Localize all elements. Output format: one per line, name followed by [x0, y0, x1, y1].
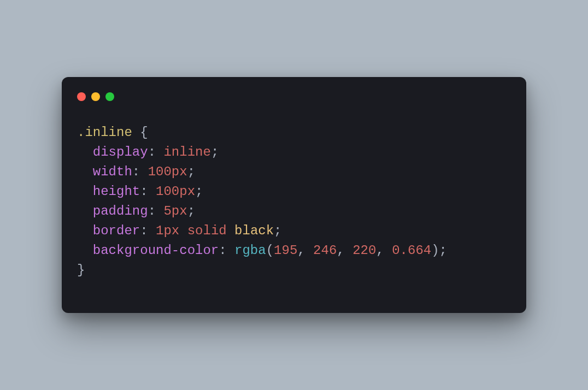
colon: : [219, 243, 234, 258]
indent [77, 204, 93, 218]
comma: , [297, 243, 313, 258]
selector-name: inline [85, 125, 132, 140]
colon: : [140, 184, 156, 199]
rgba-a: 0.664 [392, 243, 431, 258]
selector-dot: . [77, 125, 85, 140]
minimize-icon[interactable] [91, 92, 100, 101]
rgba-r: 195 [274, 243, 297, 258]
colon: : [140, 223, 156, 238]
code-block: .inline { display: inline; width: 100px;… [77, 123, 511, 280]
comma: , [337, 243, 352, 258]
semi: ; [439, 243, 447, 258]
indent [77, 145, 93, 159]
prop-padding: padding [93, 204, 148, 218]
val-border-2: solid [187, 223, 227, 238]
colon: : [148, 145, 164, 159]
val-height: 100px [156, 184, 195, 199]
val-padding: 5px [163, 204, 187, 218]
window-controls [77, 92, 511, 101]
colon: : [148, 204, 164, 218]
rgba-g: 246 [313, 243, 337, 258]
indent [77, 164, 93, 179]
prop-display: display [93, 145, 148, 159]
open-brace: { [132, 125, 148, 140]
prop-height: height [93, 184, 140, 199]
semi: ; [187, 164, 195, 179]
close-brace: } [77, 263, 85, 277]
prop-width: width [93, 164, 132, 179]
paren-close: ) [431, 243, 439, 258]
sp [227, 223, 234, 238]
val-display: inline [163, 145, 210, 159]
prop-border: border [93, 223, 140, 238]
indent [77, 184, 93, 199]
comma: , [376, 243, 392, 258]
semi: ; [187, 204, 195, 218]
indent [77, 243, 93, 258]
val-width: 100px [148, 164, 187, 179]
val-border-1: 1px [156, 223, 179, 238]
close-icon[interactable] [77, 92, 86, 101]
sp [179, 223, 187, 238]
prop-bgcolor: background-color [93, 243, 219, 258]
colon: : [132, 164, 148, 179]
func-rgba: rgba [234, 243, 266, 258]
semi: ; [211, 145, 219, 159]
semi: ; [274, 223, 281, 238]
code-window: .inline { display: inline; width: 100px;… [62, 77, 526, 313]
indent [77, 223, 93, 238]
val-border-3: black [234, 223, 274, 238]
semi: ; [195, 184, 203, 199]
paren-open: ( [266, 243, 274, 258]
zoom-icon[interactable] [105, 92, 114, 101]
rgba-b: 220 [352, 243, 376, 258]
